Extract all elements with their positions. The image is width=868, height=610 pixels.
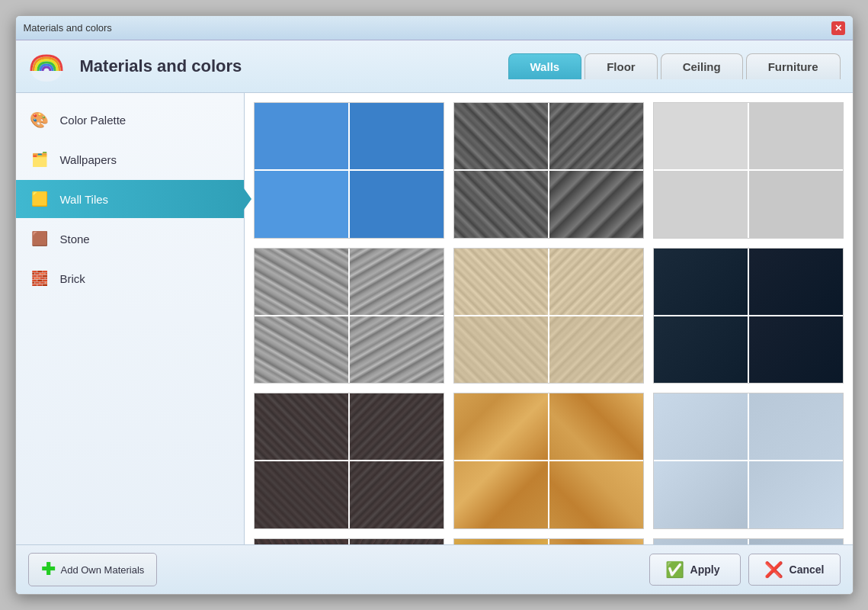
material-dark-navy[interactable] [653, 248, 844, 384]
sidebar-label-stone: Stone [60, 233, 90, 246]
app-logo [28, 48, 65, 85]
add-icon: ✚ [41, 560, 55, 580]
header: Materials and colors Walls Floor Ceiling… [16, 40, 853, 93]
bottom-bar: ✚ Add Own Materials ✅ Apply ❌ Cancel [16, 544, 853, 594]
material-light-blue-tile[interactable] [653, 393, 844, 529]
material-blue-tile[interactable] [254, 102, 444, 239]
materials-dialog: Materials and colors ✕ Materials and col… [15, 15, 854, 595]
cancel-label: Cancel [790, 563, 825, 576]
color-palette-icon: 🎨 [28, 108, 51, 131]
sidebar-label-brick: Brick [60, 272, 85, 285]
title-bar: Materials and colors ✕ [16, 16, 853, 40]
wall-tiles-icon: 🟨 [28, 188, 51, 210]
tab-floor[interactable]: Floor [585, 53, 658, 79]
sidebar-item-wallpapers[interactable]: 🗂️ Wallpapers [16, 140, 244, 178]
material-light-gray[interactable] [653, 102, 844, 239]
tab-ceiling[interactable]: Ceiling [661, 53, 743, 79]
apply-label: Apply [690, 563, 720, 576]
material-extra-2[interactable] [453, 538, 644, 544]
materials-grid [254, 102, 844, 544]
stone-icon: 🟫 [28, 227, 51, 250]
tab-walls[interactable]: Walls [508, 53, 582, 79]
sidebar-label-wall-tiles: Wall Tiles [60, 193, 109, 206]
sidebar-item-wall-tiles[interactable]: 🟨 Wall Tiles [16, 180, 244, 218]
cancel-icon: ❌ [764, 560, 783, 579]
add-own-materials-button[interactable]: ✚ Add Own Materials [28, 553, 158, 586]
sidebar-item-stone[interactable]: 🟫 Stone [16, 220, 244, 258]
sidebar-item-brick[interactable]: 🧱 Brick [16, 259, 244, 297]
add-label: Add Own Materials [61, 564, 145, 576]
cancel-button[interactable]: ❌ Cancel [748, 554, 841, 586]
sidebar-item-color-palette[interactable]: 🎨 Color Palette [16, 101, 244, 139]
material-bw-granite[interactable] [254, 248, 444, 384]
material-gold-marble[interactable] [453, 393, 644, 529]
tab-furniture[interactable]: Furniture [746, 53, 841, 79]
brick-icon: 🧱 [28, 267, 51, 290]
sidebar-label-color-palette: Color Palette [60, 114, 127, 127]
action-buttons: ✅ Apply ❌ Cancel [649, 554, 841, 586]
app-title: Materials and colors [80, 56, 242, 76]
material-dark-stone[interactable] [254, 393, 444, 529]
material-dark-granite[interactable] [453, 102, 644, 239]
apply-button[interactable]: ✅ Apply [649, 554, 741, 586]
main-content [245, 93, 853, 544]
close-button[interactable]: ✕ [831, 21, 845, 35]
dialog-title: Materials and colors [24, 22, 112, 34]
wallpapers-icon: 🗂️ [28, 148, 51, 171]
material-extra-3[interactable] [653, 538, 844, 544]
material-extra-1[interactable] [254, 538, 444, 544]
tabs-container: Walls Floor Ceiling Furniture [508, 53, 841, 79]
apply-icon: ✅ [665, 560, 684, 579]
sidebar: 🎨 Color Palette 🗂️ Wallpapers 🟨 Wall Til… [16, 93, 245, 544]
content-area: 🎨 Color Palette 🗂️ Wallpapers 🟨 Wall Til… [16, 93, 853, 544]
sidebar-label-wallpapers: Wallpapers [60, 153, 117, 166]
material-beige-speckle[interactable] [453, 248, 644, 384]
